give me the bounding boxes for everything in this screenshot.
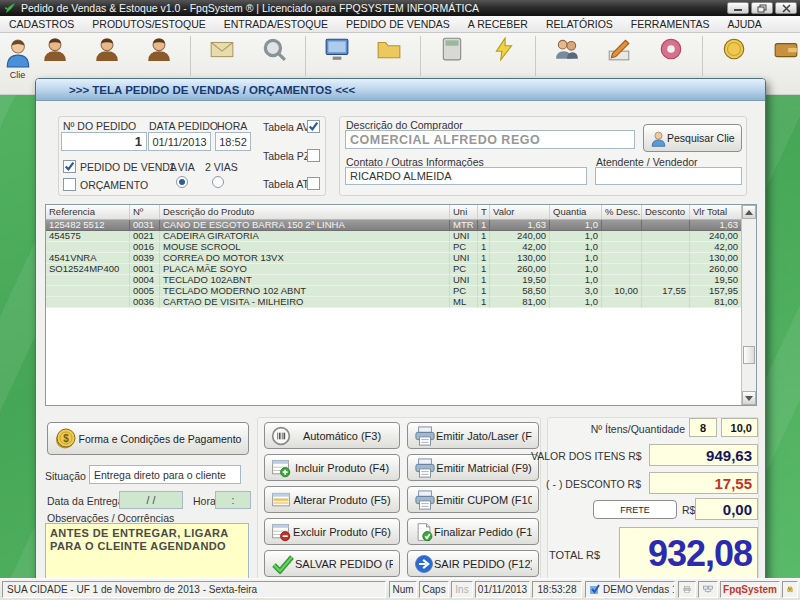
situacao-dropdown[interactable]: Entrega direto para o cliente (89, 465, 241, 484)
table-cell: 1,0 (550, 242, 602, 253)
table-cell (46, 297, 130, 308)
emitir-jato-laser-button[interactable]: Emitir Jato/Laser (F8) (407, 422, 539, 449)
column-header-quantia[interactable]: Quantia (550, 205, 602, 219)
frete-button[interactable]: FRETE (593, 500, 677, 519)
column-header-desconto[interactable]: Desconto (642, 205, 690, 219)
data-entrega-field[interactable]: / / (119, 491, 183, 509)
document-check-icon (414, 522, 434, 542)
descricao-comprador-field[interactable]: COMERCIAL ALFREDO REGO (345, 130, 635, 149)
excluir-produto-button[interactable]: Excluir Produto (F6) (264, 518, 400, 545)
toolbar-separator (305, 36, 306, 76)
toolbar-clientes-button[interactable]: Clie (1, 38, 34, 92)
users-icon[interactable] (554, 36, 580, 62)
status-network-icon[interactable] (698, 581, 718, 598)
atendente-dropdown[interactable] (595, 167, 742, 185)
emitir-cupom-button[interactable]: Emitir CUPOM (F10) (407, 486, 539, 513)
forma-pagamento-button[interactable]: $ Forma e Condições de Pagamento (47, 422, 249, 455)
numero-pedido-field[interactable]: 1 (61, 132, 147, 151)
column-header-t[interactable]: T (478, 205, 490, 219)
table-cell: 454575 (46, 231, 130, 242)
menu-relat-rios[interactable]: RELATÓRIOS (537, 16, 622, 33)
person-icon[interactable] (42, 36, 68, 62)
search-icon[interactable] (261, 36, 287, 62)
table-cell: 240,00 (690, 231, 742, 242)
column-header-referencia[interactable]: Referencia (46, 205, 130, 219)
person-icon[interactable] (94, 36, 120, 62)
hora-entrega-field[interactable]: : (215, 491, 251, 509)
menu-produtos-estoque[interactable]: PRODUTOS/ESTOQUE (83, 16, 214, 33)
table-cell: PC (450, 264, 478, 275)
person-icon[interactable] (146, 36, 172, 62)
quantidade-field: 10,0 (721, 418, 758, 437)
close-button[interactable] (775, 2, 797, 14)
via1-radio[interactable] (176, 176, 188, 188)
table-cell (642, 253, 690, 264)
printer-icon (414, 490, 436, 510)
coin-icon[interactable] (721, 36, 747, 62)
toolbar-separator (535, 36, 536, 76)
column-header-n-[interactable]: Nº (130, 205, 160, 219)
column-header-vlr-total[interactable]: Vlr Total (690, 205, 742, 219)
autom-tico-button[interactable]: Automático (F3) (264, 422, 400, 449)
button-label: Finalizar Pedido (F11) (434, 526, 532, 538)
table-row[interactable]: 0004TECLADO 102ABNTUNI119,501,019,50 (46, 275, 756, 286)
menu-a-receber[interactable]: A RECEBER (459, 16, 537, 33)
pedido-venda-checkbox[interactable] (63, 160, 76, 173)
table-cell (642, 242, 690, 253)
pencil-icon[interactable] (606, 36, 632, 62)
status-printer-icon[interactable] (678, 581, 696, 598)
scroll-up-button[interactable] (742, 205, 756, 219)
menu-ajuda[interactable]: AJUDA (718, 16, 770, 33)
column-header-uni[interactable]: Uni (450, 205, 478, 219)
table-row[interactable]: 125482 55120031CANO DE ESGOTO BARRA 150 … (46, 220, 756, 231)
column-header--desc-[interactable]: % Desc. (602, 205, 642, 219)
table-row[interactable]: 0016MOUSE SCROOLPC142,001,042,00 (46, 242, 756, 253)
sair-pedido-button[interactable]: SAIR PEDIDO (F12) (407, 550, 539, 577)
orcamento-checkbox[interactable] (63, 178, 76, 191)
tabela-av-checkbox[interactable] (307, 120, 320, 133)
table-row[interactable]: 0005TECLADO MODERNO 102 ABNTPC158,503,01… (46, 286, 756, 297)
monitor-icon[interactable] (324, 36, 350, 62)
menu-pedido-de-vendas[interactable]: PEDIDO DE VENDAS (337, 16, 459, 33)
incluir-produto-button[interactable]: Incluir Produto (F4) (264, 454, 400, 481)
lightning-icon[interactable] (491, 36, 517, 62)
pesquisar-cliente-button[interactable]: Pesquisar Cliente (643, 124, 742, 152)
via2-radio[interactable] (212, 176, 224, 188)
menu-ferramentas[interactable]: FERRAMENTAS (622, 16, 719, 33)
folder-icon[interactable] (376, 36, 402, 62)
menu-cadastros[interactable]: CADASTROS (0, 16, 83, 33)
alterar-produto-button[interactable]: Alterar Produto (F5) (264, 486, 400, 513)
table-cell (46, 286, 130, 297)
salvar-pedido-button[interactable]: SALVAR PEDIDO (F7) (264, 550, 400, 577)
table-row[interactable]: 0036CARTAO DE VISITA - MILHEIROML181,001… (46, 297, 756, 308)
table-cell: 19,50 (690, 275, 742, 286)
table-cell (642, 297, 690, 308)
table-scrollbar[interactable] (741, 205, 756, 405)
restore-button[interactable] (751, 2, 773, 14)
hora-pedido-field[interactable]: 18:52 (215, 132, 251, 151)
table-cell: 1,0 (550, 220, 602, 231)
emitir-matricial-button[interactable]: Emitir Matricial (F9) (407, 454, 539, 481)
table-row[interactable]: 4541VNRA0039CORREA DO MOTOR 13VXUNI1130,… (46, 253, 756, 264)
finalizar-pedido-button[interactable]: Finalizar Pedido (F11) (407, 518, 539, 545)
contato-field[interactable]: RICARDO ALMEIDA (345, 167, 587, 185)
menu-entrada-estoque[interactable]: ENTRADA/ESTOQUE (215, 16, 337, 33)
table-cell: 42,00 (690, 242, 742, 253)
scrollbar-thumb[interactable] (743, 346, 755, 364)
toolbar-clientes-label: Clie (1, 70, 34, 80)
tabela-pz-checkbox[interactable] (307, 149, 320, 162)
donut-icon[interactable] (658, 36, 684, 62)
tabela-at-checkbox[interactable] (307, 177, 320, 190)
column-header-descri-o-do-produto[interactable]: Descrição do Produto (160, 205, 450, 219)
envelope-icon[interactable] (209, 36, 235, 62)
table-row[interactable]: 4545750021CADEIRA GIRATORIAUNI1240,001,0… (46, 231, 756, 242)
data-pedido-field[interactable]: 01/11/2013 (148, 132, 211, 151)
column-header-valor[interactable]: Valor (490, 205, 550, 219)
calculator-icon[interactable] (439, 36, 465, 62)
wallet-icon[interactable] (773, 36, 799, 62)
table-cell: UNI (450, 253, 478, 264)
table-row[interactable]: SO12524MP4000001PLACA MÃE SOYOPC1260,001… (46, 264, 756, 275)
scroll-down-button[interactable] (742, 391, 756, 405)
minimize-button[interactable] (727, 2, 749, 14)
printer-icon (414, 458, 436, 478)
